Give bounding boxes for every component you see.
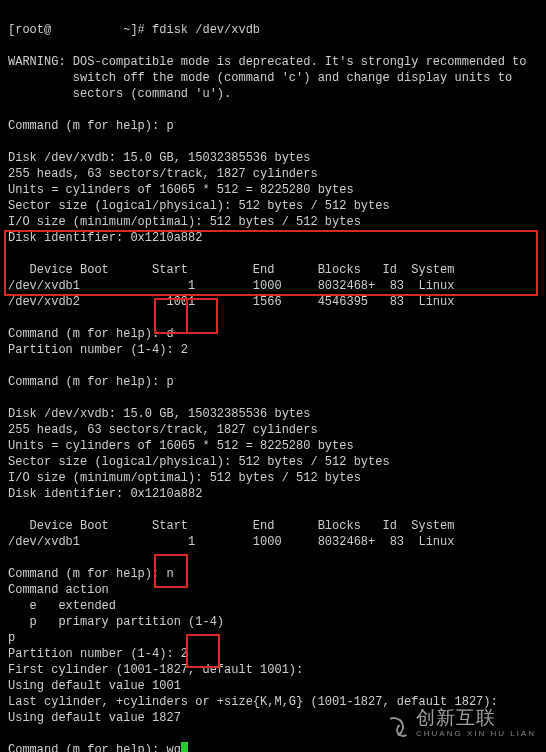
highlight-box-d-input — [154, 298, 188, 334]
partition-row: /dev/xvdb1 1 1000 8032468+ 83 Linux — [8, 535, 454, 549]
disk-info: I/O size (minimum/optimal): 512 bytes / … — [8, 471, 361, 485]
fdisk-command-p: Command (m for help): p — [8, 375, 174, 389]
watermark-logo-icon — [384, 713, 410, 739]
first-cylinder-prompt: First cylinder (1001-1827, default 1001)… — [8, 663, 303, 677]
highlight-box-pnum-2b — [186, 634, 220, 668]
watermark: 创新互联 CHUANG XIN HU LIAN — [384, 710, 536, 742]
terminal-output: [root@ ~]# fdisk /dev/xvdb WARNING: DOS-… — [0, 0, 546, 752]
command-action-header: Command action — [8, 583, 109, 597]
warning-line: sectors (command 'u'). — [8, 87, 231, 101]
warning-line: switch off the mode (command 'c') and ch… — [8, 71, 512, 85]
disk-info: I/O size (minimum/optimal): 512 bytes / … — [8, 215, 361, 229]
disk-info: Units = cylinders of 16065 * 512 = 82252… — [8, 183, 354, 197]
highlight-box-n-input — [154, 554, 188, 588]
disk-info: Sector size (logical/physical): 512 byte… — [8, 199, 390, 213]
highlight-box-pnum-2a — [186, 298, 218, 334]
fdisk-command-d: Command (m for help): d — [8, 327, 174, 341]
watermark-sub: CHUANG XIN HU LIAN — [416, 726, 536, 742]
disk-info: Disk /dev/xvdb: 15.0 GB, 15032385536 byt… — [8, 151, 310, 165]
prompt-line: [root@ ~]# fdisk /dev/xvdb — [8, 23, 260, 37]
default-value-line: Using default value 1001 — [8, 679, 181, 693]
partition-type-input: p — [8, 631, 15, 645]
disk-info: 255 heads, 63 sectors/track, 1827 cylind… — [8, 167, 318, 181]
fdisk-command-wq: Command (m for help): wq — [8, 743, 181, 752]
command-action-extended: e extended — [8, 599, 116, 613]
command-action-primary: p primary partition (1-4) — [8, 615, 224, 629]
default-value-line: Using default value 1827 — [8, 711, 181, 725]
disk-info: Sector size (logical/physical): 512 byte… — [8, 455, 390, 469]
disk-info: Units = cylinders of 16065 * 512 = 82252… — [8, 439, 354, 453]
partition-table-header: Device Boot Start End Blocks Id System — [8, 519, 454, 533]
partition-row: /dev/xvdb2 1001 1566 4546395 83 Linux — [8, 295, 454, 309]
terminal-cursor[interactable] — [181, 742, 188, 752]
disk-info: 255 heads, 63 sectors/track, 1827 cylind… — [8, 423, 318, 437]
fdisk-command-p: Command (m for help): p — [8, 119, 174, 133]
disk-info: Disk identifier: 0x1210a882 — [8, 487, 202, 501]
partition-number-prompt: Partition number (1-4): 2 — [8, 647, 188, 661]
disk-info: Disk /dev/xvdb: 15.0 GB, 15032385536 byt… — [8, 407, 310, 421]
fdisk-command-n: Command (m for help): n — [8, 567, 174, 581]
highlight-box-partition-table-1 — [4, 230, 538, 296]
warning-line: WARNING: DOS-compatible mode is deprecat… — [8, 55, 526, 69]
watermark-main: 创新互联 — [416, 710, 536, 726]
partition-number-prompt: Partition number (1-4): 2 — [8, 343, 188, 357]
